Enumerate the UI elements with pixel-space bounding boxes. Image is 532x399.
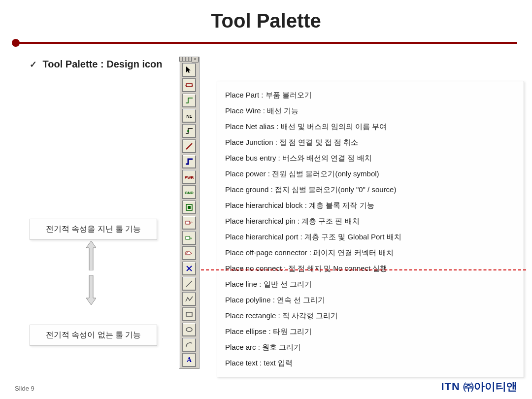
description-panel: Place Part : 부품 불러오기Place Wire : 배선 기능Pl… (217, 81, 524, 377)
hport-tool-button[interactable]: H (182, 231, 196, 245)
ground-tool-button[interactable]: GND (182, 185, 196, 199)
arc-tool-button[interactable] (182, 338, 196, 352)
svg-rect-7 (188, 206, 191, 209)
noconnect-icon (185, 264, 194, 273)
arc-icon (185, 340, 194, 349)
desc-line: Place hierarchical port : 계층 구조 및 Global… (225, 229, 516, 245)
netalias-tool-button[interactable]: N1 (182, 109, 196, 123)
cursor-icon (185, 66, 194, 74)
hpin-tool-button[interactable]: P (182, 216, 196, 230)
rect-tool-button[interactable] (182, 307, 196, 321)
cursor-tool-button[interactable] (182, 63, 196, 77)
hport-icon: H (185, 233, 194, 242)
desc-line: Place arc : 원호 그리기 (225, 339, 516, 355)
netalias-icon: N1 (186, 113, 192, 119)
palette-grip[interactable]: × (179, 57, 199, 62)
svg-marker-0 (186, 66, 191, 73)
page-title: Tool Palette (0, 10, 532, 32)
junction-icon (185, 127, 194, 135)
desc-line: Place hierarchical pin : 계층 구조 핀 배치 (225, 213, 516, 229)
svg-rect-10 (186, 236, 190, 239)
footer-itn: ITN (441, 380, 460, 393)
section-heading: ✓ Tool Palette : Design icon (30, 59, 163, 70)
text-icon: A (187, 356, 192, 364)
polyline-icon (185, 295, 194, 303)
junction-tool-button[interactable] (182, 124, 196, 138)
svg-text:C: C (186, 252, 189, 255)
text-tool-button[interactable]: A (182, 353, 196, 367)
slide-number: Slide 9 (15, 385, 34, 392)
noconnect-tool-button[interactable] (182, 262, 196, 275)
title-divider (15, 42, 517, 44)
footer-company: ㈜아이티앤 (460, 380, 517, 393)
desc-line: Place rectangle : 직 사각형 그리기 (225, 308, 516, 324)
power-icon: PWR (185, 174, 194, 180)
svg-line-5 (186, 143, 192, 149)
desc-line: Place hierarchical block : 계층 블록 제작 기능 (225, 198, 516, 213)
close-icon[interactable]: × (192, 57, 199, 63)
desc-line: Place off-page connector : 페이지 연결 커넥터 배치 (225, 245, 516, 261)
svg-rect-1 (186, 84, 192, 87)
svg-text:H: H (190, 237, 192, 240)
desc-line: Place bus entry : 버스와 배선의 연결 점 배치 (225, 150, 516, 166)
polyline-tool-button[interactable] (182, 292, 196, 306)
note-electrical-tools: 전기적 속성을 지닌 툴 기능 (30, 219, 157, 240)
hblock-icon (185, 203, 194, 212)
hpin-icon: P (185, 218, 194, 227)
line-icon (185, 279, 194, 288)
desc-line: Place polyline : 연속 선 그리기 (225, 292, 516, 308)
busentry-tool-button[interactable] (182, 139, 196, 153)
desc-line: Place power : 전원 심벌 불러오기(only symbol) (225, 166, 516, 182)
hblock-tool-button[interactable] (182, 200, 196, 214)
wire-icon (185, 96, 194, 105)
ellipse-tool-button[interactable] (182, 323, 196, 336)
svg-line-16 (186, 281, 192, 287)
note-non-electrical-tools: 전기적 속성이 없는 툴 기능 (30, 325, 157, 346)
bus-tool-button[interactable] (182, 155, 196, 168)
desc-line: Place Junction : 접 점 연결 및 접 점 취소 (225, 134, 516, 150)
power-tool-button[interactable]: PWR (182, 170, 196, 184)
offpage-tool-button[interactable]: C (182, 246, 196, 260)
part-tool-button[interactable] (182, 78, 196, 92)
ellipse-icon (185, 325, 194, 334)
section-heading-text: Tool Palette : Design icon (43, 59, 163, 69)
offpage-icon: C (185, 249, 194, 258)
svg-point-4 (187, 130, 189, 132)
svg-rect-8 (186, 221, 190, 224)
desc-line: Place ground : 접지 심벌 불러오기(only "0" / sou… (225, 182, 516, 198)
desc-line: Place ellipse : 타원 그리기 (225, 324, 516, 339)
arrow-down-icon (86, 275, 96, 305)
tool-palette: × N1PWRGNDPHCA (179, 57, 200, 369)
desc-line: Place Part : 부품 불러오기 (225, 87, 516, 103)
desc-line: Place no connect : 접 점 해지 및 No connect 실… (225, 261, 516, 276)
desc-line: Place line : 일반 선 그리기 (225, 276, 516, 292)
desc-line: Place Wire : 배선 기능 (225, 103, 516, 119)
desc-line: Place text : text 입력 (225, 355, 516, 371)
bus-icon (185, 157, 194, 166)
part-icon (185, 81, 194, 90)
line-tool-button[interactable] (182, 277, 196, 291)
svg-text:P: P (190, 221, 193, 225)
svg-point-18 (186, 328, 192, 332)
desc-line: Place Net alias : 배선 및 버스의 임의의 이름 부여 (225, 119, 516, 134)
footer-logo: ITN ㈜아이티앤 (441, 379, 517, 394)
wire-tool-button[interactable] (182, 94, 196, 107)
svg-marker-20 (86, 275, 96, 305)
rect-icon (185, 310, 194, 319)
separator-dashed (201, 269, 526, 270)
svg-rect-17 (186, 312, 192, 316)
arrow-up-icon (86, 241, 96, 270)
check-icon: ✓ (30, 59, 37, 70)
busentry-icon (185, 142, 194, 151)
ground-icon: GND (185, 189, 194, 195)
svg-marker-19 (86, 241, 96, 270)
